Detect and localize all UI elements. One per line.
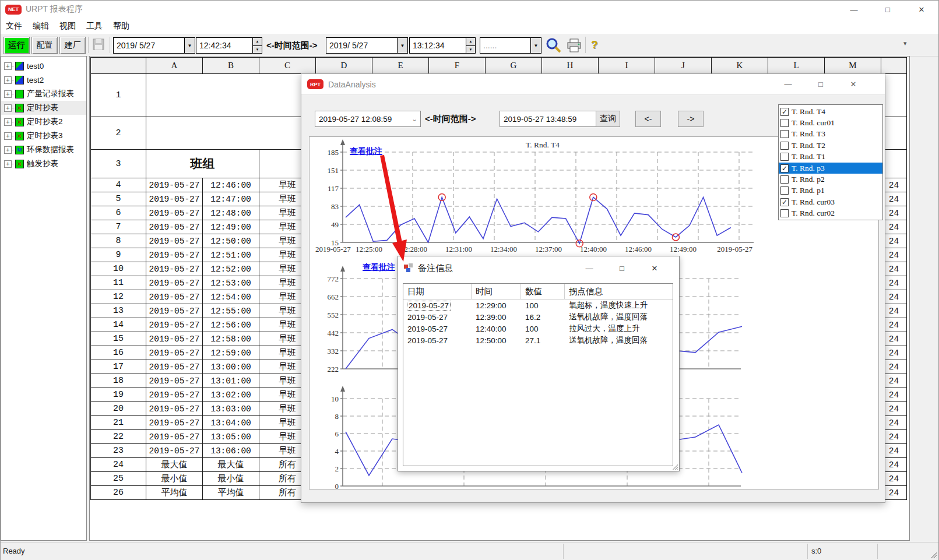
grid-cell[interactable]: 24 bbox=[91, 458, 146, 472]
grid-cell[interactable]: 平均值 bbox=[203, 486, 259, 500]
grid-cell[interactable]: 12:58:00 bbox=[203, 332, 259, 346]
checkbox-unchecked[interactable] bbox=[780, 186, 789, 195]
analysis-end-datetime[interactable]: 2019-05-27 13:48:59⌄ bbox=[500, 111, 606, 127]
grid-cell[interactable]: 22 bbox=[91, 430, 146, 444]
grid-cell[interactable]: 11 bbox=[91, 276, 146, 290]
grid-cell[interactable]: 5 bbox=[91, 192, 146, 206]
grid-cell[interactable]: 13:03:00 bbox=[203, 402, 259, 416]
menu-item-0[interactable]: 文件 bbox=[1, 19, 27, 34]
grid-cell[interactable]: 13:06:00 bbox=[203, 444, 259, 458]
report-select-combo[interactable]: ......▼ bbox=[480, 37, 541, 54]
grid-cell[interactable]: 13 bbox=[91, 304, 146, 318]
grid-cell[interactable]: 2019-05-27 bbox=[146, 178, 203, 192]
data-analysis-titlebar[interactable]: RPT DataAnalysis ― □ ✕ bbox=[301, 74, 885, 95]
expand-icon[interactable]: + bbox=[4, 90, 12, 98]
grid-cell[interactable]: 12:46:00 bbox=[203, 178, 259, 192]
grid-cell[interactable]: 2 bbox=[91, 117, 146, 150]
column-header-K[interactable]: K bbox=[712, 58, 768, 74]
expand-icon[interactable]: + bbox=[4, 118, 12, 126]
series-item-9[interactable]: T. Rnd. cur02 bbox=[779, 208, 882, 219]
column-header-D[interactable]: D bbox=[316, 58, 372, 74]
sidebar-item-7[interactable]: +✕触发抄表 bbox=[1, 157, 86, 171]
grid-cell[interactable]: 12:51:00 bbox=[203, 248, 259, 262]
column-header-H[interactable]: H bbox=[542, 58, 599, 74]
expand-icon[interactable]: + bbox=[4, 146, 12, 154]
end-date-picker[interactable]: 2019/ 5/27▼ bbox=[326, 37, 408, 54]
grid-cell[interactable]: 12:56:00 bbox=[203, 318, 259, 332]
grid-cell[interactable]: 13:02:00 bbox=[203, 388, 259, 402]
menu-item-1[interactable]: 编辑 bbox=[27, 19, 54, 34]
grid-cell[interactable]: 2019-05-27 bbox=[146, 360, 203, 374]
sidebar-item-3[interactable]: +✕定时抄表 bbox=[1, 101, 86, 115]
grid-cell[interactable]: 26 bbox=[91, 486, 146, 500]
grid-cell[interactable]: 17 bbox=[91, 360, 146, 374]
grid-cell[interactable]: 2019-05-27 bbox=[146, 206, 203, 220]
column-header-B[interactable]: B bbox=[203, 58, 259, 74]
query-button[interactable]: 查询 bbox=[596, 111, 620, 127]
series-item-0[interactable]: ✓T. Rnd. T4 bbox=[779, 106, 882, 117]
series-item-3[interactable]: T. Rnd. T2 bbox=[779, 140, 882, 151]
grid-cell[interactable]: 2019-05-27 bbox=[146, 402, 203, 416]
remark-row[interactable]: 2019-05-2712:39:0016.2送氧机故障，温度回落 bbox=[403, 311, 673, 323]
checkbox-unchecked[interactable] bbox=[780, 119, 789, 127]
close-button[interactable]: ✕ bbox=[905, 1, 938, 17]
spin-up-icon[interactable]: ▲ bbox=[466, 38, 475, 46]
checkbox-unchecked[interactable] bbox=[780, 209, 789, 217]
sidebar-item-1[interactable]: +test2 bbox=[1, 73, 86, 87]
expand-icon[interactable]: + bbox=[4, 62, 12, 70]
grid-cell[interactable]: 2019-05-27 bbox=[146, 220, 203, 234]
grid-cell[interactable]: 3 bbox=[91, 150, 146, 178]
window-resize-grip[interactable] bbox=[930, 551, 937, 558]
sidebar-item-4[interactable]: +✕定时抄表2 bbox=[1, 115, 86, 129]
grid-cell[interactable]: 10 bbox=[91, 262, 146, 276]
grid-cell[interactable]: 4 bbox=[91, 178, 146, 192]
grid-cell[interactable]: 12:49:00 bbox=[203, 220, 259, 234]
checkbox-checked[interactable]: ✓ bbox=[780, 108, 789, 116]
chevron-down-icon[interactable]: ▼ bbox=[530, 38, 541, 53]
print-icon[interactable] bbox=[566, 37, 582, 55]
grid-cell[interactable]: 23 bbox=[91, 444, 146, 458]
remark-close-button[interactable]: ✕ bbox=[638, 259, 671, 277]
remark-column-header[interactable]: 拐点信息 bbox=[565, 284, 670, 299]
sidebar-item-5[interactable]: +✕定时抄表3 bbox=[1, 129, 86, 143]
chevron-down-icon[interactable]: ⌄ bbox=[409, 115, 420, 123]
grid-cell[interactable]: 2019-05-27 bbox=[146, 192, 203, 206]
series-item-8[interactable]: ✓T. Rnd. cur03 bbox=[779, 196, 882, 207]
sidebar-item-6[interactable]: +M环保数据报表 bbox=[1, 143, 86, 157]
checkbox-unchecked[interactable] bbox=[780, 130, 789, 138]
grid-cell[interactable]: 班组 bbox=[146, 150, 259, 178]
checkbox-checked[interactable]: ✓ bbox=[780, 198, 789, 206]
remark-row[interactable]: 2019-05-2712:50:0027.1送氧机故障，温度回落 bbox=[403, 334, 673, 346]
grid-cell[interactable]: 2019-05-27 bbox=[146, 290, 203, 304]
start-date-picker[interactable]: 2019/ 5/27▼ bbox=[113, 37, 195, 54]
grid-cell[interactable]: 2019-05-27 bbox=[146, 416, 203, 430]
grid-cell[interactable]: 13:00:00 bbox=[203, 360, 259, 374]
remark-titlebar[interactable]: 备注信息 ― □ ✕ bbox=[398, 256, 679, 280]
grid-cell[interactable]: 2019-05-27 bbox=[146, 430, 203, 444]
expand-icon[interactable]: + bbox=[4, 104, 12, 112]
grid-cell[interactable]: 最大值 bbox=[203, 458, 259, 472]
series-item-2[interactable]: T. Rnd. T3 bbox=[779, 129, 882, 140]
grid-cell[interactable]: 2019-05-27 bbox=[146, 444, 203, 458]
grid-cell[interactable]: 2019-05-27 bbox=[146, 234, 203, 248]
grid-cell[interactable]: 16 bbox=[91, 346, 146, 360]
build-button[interactable]: 建厂 bbox=[59, 37, 86, 54]
spin-up-icon[interactable]: ▲ bbox=[253, 38, 262, 46]
grid-cell[interactable]: 13:01:00 bbox=[203, 374, 259, 388]
run-button[interactable]: 运行 bbox=[3, 37, 30, 54]
grid-cell[interactable]: 最小值 bbox=[203, 472, 259, 486]
grid-cell[interactable]: 21 bbox=[91, 416, 146, 430]
sidebar-item-0[interactable]: +test0 bbox=[1, 59, 86, 73]
view-annotation-link-1[interactable]: 查看批注 bbox=[350, 146, 382, 157]
grid-cell[interactable]: 12:48:00 bbox=[203, 206, 259, 220]
grid-cell[interactable]: 最小值 bbox=[146, 472, 203, 486]
prev-button[interactable]: <- bbox=[635, 111, 661, 127]
menu-item-2[interactable]: 视图 bbox=[54, 19, 81, 34]
dialog-maximize-button[interactable]: □ bbox=[804, 76, 837, 93]
column-header-C[interactable]: C bbox=[259, 58, 316, 74]
grid-cell[interactable]: 2019-05-27 bbox=[146, 346, 203, 360]
column-header-J[interactable]: J bbox=[655, 58, 712, 74]
save-icon[interactable] bbox=[92, 37, 105, 53]
grid-cell[interactable]: 平均值 bbox=[146, 486, 203, 500]
remark-column-header[interactable]: 数值 bbox=[521, 284, 565, 299]
